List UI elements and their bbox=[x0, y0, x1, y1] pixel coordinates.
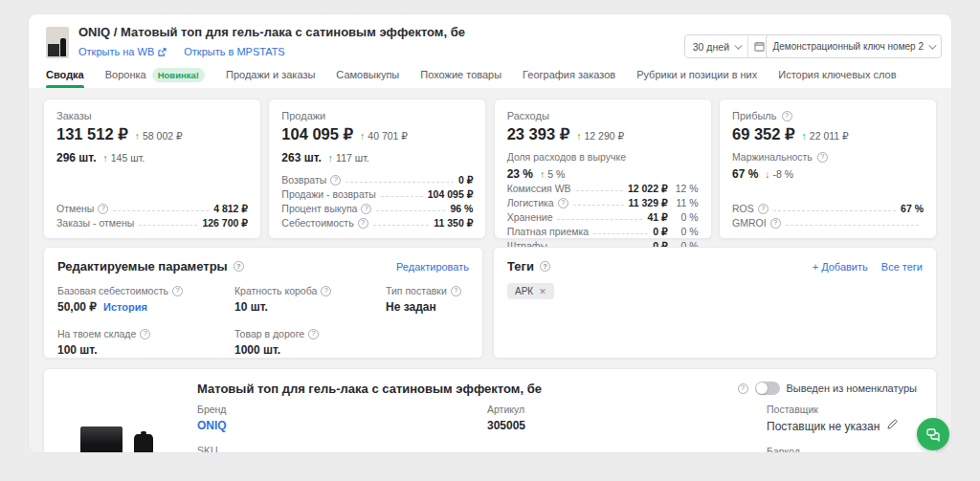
field-value: 100 шт. bbox=[57, 343, 98, 357]
field-value: 1000 шт. bbox=[234, 343, 280, 357]
tab-rubriki[interactable]: Рубрики и позиции в них bbox=[636, 61, 757, 88]
arrow-up-icon: ↑ bbox=[802, 130, 807, 142]
tags-card: Теги + Добавить Все теги АРК ✕ bbox=[493, 247, 937, 359]
param-supply-type: Тип поставки Не задан bbox=[386, 285, 469, 314]
margin-delta: -8 % bbox=[773, 168, 794, 180]
tab-label: Самовыкупы bbox=[336, 69, 399, 80]
period-selector[interactable]: 30 дней bbox=[684, 34, 771, 58]
tab-voronka[interactable]: ВоронкаНовинка! bbox=[105, 61, 205, 88]
nomenclature-toggle[interactable] bbox=[755, 382, 780, 395]
expenses-value: 23 393 ₽ bbox=[507, 125, 570, 143]
tab-pohozhie-tovary[interactable]: Похожие товары bbox=[420, 61, 501, 88]
expenses-card: Расходы 23 393 ₽ ↑12 290 ₽ Доля расходов… bbox=[494, 98, 712, 239]
help-icon[interactable] bbox=[330, 175, 341, 186]
arrow-up-icon: ↑ bbox=[103, 152, 108, 164]
tab-svodka[interactable]: Сводка bbox=[46, 61, 84, 88]
row-label: GMROI bbox=[732, 217, 767, 229]
product-col-brand: Бренд ONIQ SKU bbox=[197, 404, 227, 452]
leader-line bbox=[557, 219, 642, 220]
tab-prodazhi-i-zakazy[interactable]: Продажи и заказы bbox=[226, 61, 315, 88]
editable-params-card: Редактируемые параметры Редактировать Ба… bbox=[43, 247, 483, 359]
row-label: Продажи - возвраты bbox=[281, 188, 376, 200]
arrow-up-icon: ↑ bbox=[328, 152, 333, 164]
help-icon[interactable] bbox=[782, 111, 792, 121]
all-tags-link[interactable]: Все теги bbox=[881, 261, 923, 273]
help-icon[interactable] bbox=[738, 383, 748, 394]
param-own-warehouse: На твоем складе 100 шт. bbox=[57, 328, 234, 357]
help-icon[interactable] bbox=[817, 152, 828, 163]
orders-value: 131 512 ₽ bbox=[56, 125, 128, 143]
sales-qty-delta: 117 шт. bbox=[336, 152, 369, 164]
sales-card: Продажи 104 095 ₽ ↑40 701 ₽ 263 шт. ↑117… bbox=[268, 98, 486, 239]
edit-params-button[interactable]: Редактировать bbox=[396, 261, 469, 273]
leader-line bbox=[786, 225, 919, 226]
help-icon[interactable] bbox=[234, 261, 244, 272]
tab-label: Рубрики и позиции в них bbox=[636, 69, 757, 80]
row-value: 41 ₽ bbox=[647, 211, 667, 223]
tab-label: История ключевых слов bbox=[778, 69, 896, 80]
app-frame: ONIQ / Матовый топ для гель-лака с сатин… bbox=[29, 14, 951, 452]
help-icon[interactable] bbox=[321, 286, 331, 296]
stat-row-logistics: Логистика 11 329 ₽ 11 % bbox=[507, 195, 699, 208]
product-box-shape bbox=[80, 426, 122, 452]
support-chat-button[interactable] bbox=[917, 418, 949, 450]
pencil-icon[interactable] bbox=[886, 419, 898, 430]
orders-qty-delta: 145 шт. bbox=[111, 152, 145, 164]
param-box-multiplicity: Кратность короба 10 шт. bbox=[234, 285, 386, 314]
thumb-box-shape bbox=[48, 44, 59, 56]
middle-row: Редактируемые параметры Редактировать Ба… bbox=[43, 247, 937, 359]
tab-label: География заказов bbox=[523, 69, 615, 80]
stat-row-orders-minus-cancels: Заказы - отмены 126 700 ₽ bbox=[56, 215, 248, 229]
help-icon[interactable] bbox=[558, 198, 568, 208]
help-icon[interactable] bbox=[308, 329, 319, 339]
help-icon[interactable] bbox=[770, 218, 781, 229]
header-links: Открыть на WB Открыть в MPSTATS bbox=[78, 46, 285, 57]
expenses-share-value: 23 % bbox=[507, 167, 533, 181]
help-icon[interactable] bbox=[540, 261, 550, 272]
help-icon[interactable] bbox=[140, 329, 150, 339]
row-label: Возвраты bbox=[281, 174, 326, 186]
help-icon[interactable] bbox=[758, 204, 768, 214]
open-mpstats-label: Открыть в MPSTATS bbox=[184, 46, 284, 57]
row-value: 12 022 ₽ bbox=[628, 183, 668, 194]
field-value: 50,00 ₽ bbox=[57, 300, 97, 314]
tab-istoriya-klyuchevyh-slov[interactable]: История ключевых слов bbox=[778, 61, 896, 88]
open-mpstats-link[interactable]: Открыть в MPSTATS bbox=[184, 46, 284, 57]
page-title: ONIQ / Матовый топ для гель-лака с сатин… bbox=[78, 25, 465, 39]
row-percent: 11 % bbox=[668, 197, 699, 208]
field-value: 10 шт. bbox=[234, 300, 268, 314]
api-key-selector[interactable]: Демонстрационный ключ номер 2 bbox=[766, 34, 942, 58]
help-icon[interactable] bbox=[361, 204, 371, 214]
cost-history-link[interactable]: История bbox=[103, 301, 147, 313]
help-icon[interactable] bbox=[172, 286, 183, 296]
row-value: 96 % bbox=[450, 203, 473, 214]
row-label: ROS bbox=[732, 203, 754, 214]
sales-qty: 263 шт. bbox=[281, 151, 322, 164]
add-tag-button[interactable]: + Добавить bbox=[813, 261, 868, 273]
chevron-down-icon bbox=[734, 41, 742, 49]
stats-row: Заказы 131 512 ₽ ↑58 002 ₽ 296 шт. ↑145 … bbox=[43, 98, 937, 239]
tab-samovykupy[interactable]: Самовыкупы bbox=[336, 61, 399, 88]
tag-chip[interactable]: АРК ✕ bbox=[507, 283, 554, 299]
close-icon[interactable]: ✕ bbox=[539, 287, 546, 296]
product-image bbox=[57, 379, 182, 452]
help-icon[interactable] bbox=[451, 286, 461, 296]
expenses-share-label: Доля расходов в выручке bbox=[507, 151, 699, 163]
expenses-delta: 12 290 ₽ bbox=[584, 130, 624, 142]
barcode-label: Баркод bbox=[767, 446, 898, 452]
field-label: Кратность короба bbox=[234, 285, 317, 296]
brand-link[interactable]: ONIQ bbox=[197, 419, 227, 432]
thumb-bottle-shape bbox=[60, 38, 66, 56]
help-icon[interactable] bbox=[98, 204, 108, 214]
row-label: Платная приемка bbox=[507, 226, 589, 237]
stat-row-cancels: Отмены 4 812 ₽ bbox=[56, 201, 248, 214]
open-wb-link[interactable]: Открыть на WB bbox=[78, 46, 167, 57]
arrow-up-icon: ↑ bbox=[540, 168, 545, 180]
expenses-share-delta: 5 % bbox=[547, 168, 565, 180]
tab-geografiya-zakazov[interactable]: География заказов bbox=[523, 61, 615, 88]
supplier-value: Поставщик не указан bbox=[767, 420, 880, 433]
new-badge: Новинка! bbox=[152, 68, 205, 82]
help-icon[interactable] bbox=[358, 218, 368, 229]
stat-row-storage: Хранение 41 ₽ 0 % bbox=[507, 209, 699, 223]
sku-label: SKU bbox=[197, 445, 227, 452]
